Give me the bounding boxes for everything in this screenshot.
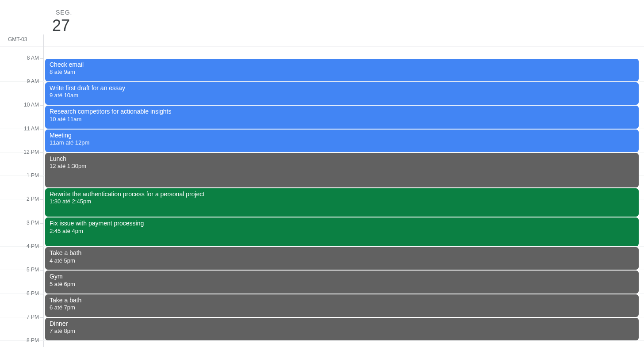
calendar-header: GMT-03 SEG. 27 xyxy=(0,0,644,46)
hour-tick xyxy=(40,58,43,59)
hour-label: 1 PM xyxy=(0,172,39,179)
event-time: 7 até 8pm xyxy=(50,328,634,335)
event-time: 11am até 12pm xyxy=(50,139,634,147)
day-header[interactable]: SEG. 27 xyxy=(52,9,72,34)
event-title: Meeting xyxy=(50,132,634,140)
hour-label: 12 PM xyxy=(0,149,39,155)
hour-label: 10 AM xyxy=(0,102,39,108)
calendar-event[interactable]: Gym5 até 6pm xyxy=(45,271,639,293)
header-divider xyxy=(43,34,44,46)
hour-tick xyxy=(40,341,43,341)
calendar-event[interactable]: Meeting11am até 12pm xyxy=(45,130,639,152)
event-title: Gym xyxy=(50,273,634,281)
calendar-event[interactable]: Fix issue with payment processing2:45 at… xyxy=(45,217,639,246)
hour-tick xyxy=(40,270,43,271)
hour-tick xyxy=(40,199,43,200)
event-title: Check email xyxy=(50,61,634,69)
day-name: SEG. xyxy=(56,9,72,16)
hour-tick xyxy=(40,82,43,82)
event-title: Lunch xyxy=(50,155,634,163)
calendar-event[interactable]: Lunch12 até 1:30pm xyxy=(45,153,639,187)
hour-tick xyxy=(40,105,43,106)
hour-label: 8 PM xyxy=(0,337,39,343)
hour-label: 6 PM xyxy=(0,290,39,297)
event-title: Dinner xyxy=(50,320,634,328)
day-number: 27 xyxy=(52,18,72,34)
hour-label: 8 AM xyxy=(0,55,39,61)
event-title: Take a bath xyxy=(50,297,634,305)
hour-tick xyxy=(40,176,43,176)
events-layer: Check email8 até 9amWrite first draft fo… xyxy=(45,46,639,347)
event-title: Rewrite the authentication process for a… xyxy=(50,191,634,198)
event-title: Write first draft for an essay xyxy=(50,84,634,92)
event-time: 10 até 11am xyxy=(50,116,634,123)
calendar-event[interactable]: Take a bath4 até 5pm xyxy=(45,247,639,270)
event-time: 5 até 6pm xyxy=(50,281,634,288)
hour-label: 4 PM xyxy=(0,243,39,249)
hour-tick xyxy=(40,223,43,224)
calendar-event[interactable]: Dinner7 até 8pm xyxy=(45,318,639,340)
event-title: Take a bath xyxy=(50,249,634,257)
calendar-event[interactable]: Take a bath6 até 7pm xyxy=(45,294,639,317)
hour-tick xyxy=(40,294,43,294)
calendar-event[interactable]: Write first draft for an essay9 até 10am xyxy=(45,82,639,105)
event-time: 4 até 5pm xyxy=(50,257,634,265)
event-time: 12 até 1:30pm xyxy=(50,163,634,170)
hour-label: 7 PM xyxy=(0,314,39,320)
event-title: Fix issue with payment processing xyxy=(50,220,634,228)
event-time: 9 até 10am xyxy=(50,92,634,99)
hour-label: 5 PM xyxy=(0,267,39,273)
event-time: 8 até 9am xyxy=(50,69,634,76)
hour-tick xyxy=(40,129,43,130)
hour-label: 2 PM xyxy=(0,196,39,202)
hour-tick xyxy=(40,317,43,318)
event-time: 2:45 até 4pm xyxy=(50,228,634,235)
calendar-event[interactable]: Rewrite the authentication process for a… xyxy=(45,188,639,217)
calendar-event[interactable]: Research competitors for actionable insi… xyxy=(45,106,639,128)
hour-label: 9 AM xyxy=(0,78,39,84)
hour-label: 3 PM xyxy=(0,220,39,226)
timezone-label: GMT-03 xyxy=(8,36,27,42)
time-grid[interactable]: 8 AM9 AM10 AM11 AM12 PM1 PM2 PM3 PM4 PM5… xyxy=(0,46,644,347)
event-title: Research competitors for actionable insi… xyxy=(50,108,634,116)
calendar-event[interactable]: Check email8 até 9am xyxy=(45,59,639,81)
event-time: 6 até 7pm xyxy=(50,304,634,312)
hour-tick xyxy=(40,247,43,247)
event-time: 1:30 até 2:45pm xyxy=(50,198,634,206)
hour-tick xyxy=(40,153,43,153)
calendar-day-view: GMT-03 SEG. 27 8 AM9 AM10 AM11 AM12 PM1 … xyxy=(0,0,644,347)
hour-label: 11 AM xyxy=(0,126,39,132)
